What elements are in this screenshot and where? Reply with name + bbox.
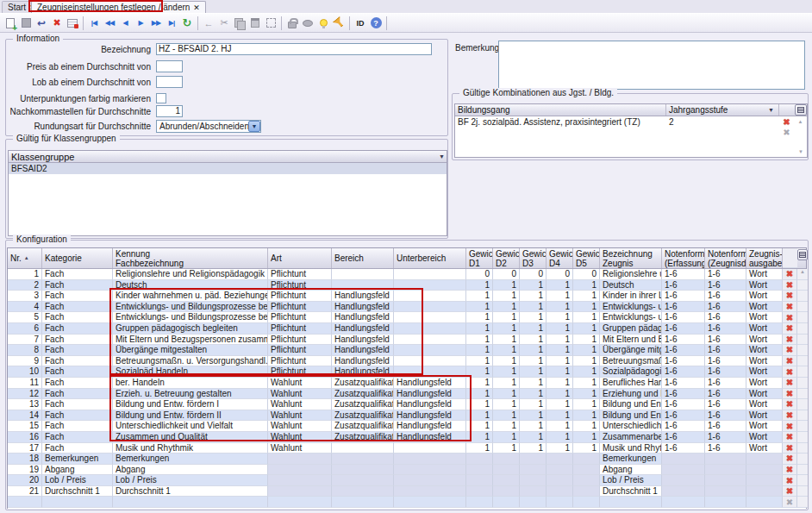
- cell-d3[interactable]: [520, 454, 547, 465]
- scrollbar-track[interactable]: [797, 421, 808, 432]
- cell-kennung[interactable]: Lob / Preis: [113, 475, 268, 486]
- scrollbar-track[interactable]: [797, 323, 808, 335]
- scrollbar-track[interactable]: [797, 335, 808, 346]
- cell-d4[interactable]: 1: [547, 280, 573, 291]
- cell-nr[interactable]: 14: [8, 410, 42, 422]
- column-header-zeugnisausgabe[interactable]: Zeugnis- ausgabe: [746, 248, 783, 268]
- konfiguration-row[interactable]: 1FachReligionslehre und Religionspädagog…: [8, 269, 806, 280]
- cell-d5[interactable]: 1: [573, 378, 600, 389]
- cell-d1[interactable]: 1: [466, 389, 493, 400]
- column-header-art[interactable]: Art: [268, 248, 332, 268]
- konfiguration-row[interactable]: 21Durchschnitt 1Durchschnitt 1Durchschni…: [8, 486, 806, 497]
- cell-kennung[interactable]: Gruppen pädagogisch begleiten: [113, 323, 268, 335]
- column-filter-icon[interactable]: ▼: [439, 153, 447, 160]
- cell-unterbereich[interactable]: Handlungsfeld: [394, 421, 466, 432]
- cell-nf-druck[interactable]: [705, 486, 746, 497]
- konfiguration-row[interactable]: 14FachBildung und Entw. fördern IIWahlun…: [8, 410, 806, 422]
- cell-bereich[interactable]: [332, 443, 394, 454]
- cell-unterbereich[interactable]: [394, 291, 466, 302]
- column-chooser-button[interactable]: [797, 248, 808, 268]
- cell-bereich[interactable]: [332, 465, 394, 476]
- cell-kennung[interactable]: Erzieh. u. Betreuung gestalten: [113, 389, 268, 400]
- copy-icon[interactable]: [232, 16, 247, 31]
- cell-bereich[interactable]: Zusatzqualifikation: [332, 410, 394, 422]
- scrollbar-track[interactable]: ▲: [797, 269, 808, 280]
- cell-kennung[interactable]: Zusammen und Qualität: [113, 432, 268, 443]
- kombinationen-empty-row[interactable]: ✖: [455, 127, 807, 137]
- cell-bezeichnung[interactable]: Entwicklungs- u...: [600, 302, 662, 313]
- cell-nr[interactable]: 12: [8, 389, 42, 400]
- cell-nr[interactable]: 5: [8, 312, 42, 323]
- cell-d5[interactable]: 1: [573, 302, 600, 313]
- cell-nr[interactable]: 10: [8, 366, 42, 378]
- cell-d2[interactable]: 1: [493, 335, 520, 346]
- cell-kategorie[interactable]: Fach: [42, 443, 113, 454]
- filter-funnel-icon[interactable]: [331, 16, 347, 31]
- cell-kategorie[interactable]: Fach: [42, 410, 113, 422]
- cell-d3[interactable]: 1: [520, 280, 547, 291]
- cell-art[interactable]: Wahlunt: [268, 399, 332, 410]
- cell-nf-erfassung[interactable]: 1-6: [662, 356, 705, 367]
- cell-kategorie[interactable]: Fach: [42, 335, 113, 346]
- fast-next-icon[interactable]: ▶▶: [148, 16, 164, 31]
- tab-zeugniseinstellungen[interactable]: Zeugniseinstellungen festlegen / ändern✕: [31, 1, 206, 13]
- cell-nf-druck[interactable]: 1-6: [705, 356, 746, 367]
- cell-d1[interactable]: 1: [466, 312, 493, 323]
- cell-bezeichnung[interactable]: Religionslehre u...: [600, 269, 662, 280]
- id-button[interactable]: ID: [353, 16, 368, 31]
- delete-row-button[interactable]: ✖: [783, 280, 797, 291]
- cell-ausgabe[interactable]: [746, 454, 783, 465]
- column-header-bezeichnung-zeugnis[interactable]: Bezeichnung Zeugnis: [600, 248, 662, 268]
- cell-nf-erfassung[interactable]: 1-6: [662, 421, 705, 432]
- cell-bereich[interactable]: [332, 475, 394, 486]
- cell-kennung[interactable]: Religionslehre und Religionspädagogik: [113, 269, 268, 280]
- cell-d4[interactable]: 1: [547, 366, 573, 378]
- cell-nr[interactable]: 16: [8, 432, 42, 443]
- cell-d1[interactable]: 1: [466, 280, 493, 291]
- cell-kategorie[interactable]: Fach: [42, 323, 113, 335]
- delete-row-button[interactable]: ✖: [783, 312, 797, 323]
- cell-bezeichnung[interactable]: Musik und Rhyth...: [600, 443, 662, 454]
- cell-d3[interactable]: 1: [520, 443, 547, 454]
- previous-record-icon[interactable]: ◀: [117, 16, 133, 31]
- cell-art[interactable]: Wahlunt: [268, 378, 332, 389]
- nachkomma-input[interactable]: 1: [156, 105, 183, 117]
- cell-art[interactable]: Pflichtunt: [268, 302, 332, 313]
- column-header-kategorie[interactable]: Kategorie: [42, 248, 113, 268]
- delete-row-button[interactable]: ✖: [783, 366, 797, 378]
- scrollbar-track[interactable]: [797, 454, 808, 465]
- cell-d5[interactable]: [573, 475, 600, 486]
- cell-nr[interactable]: 11: [8, 378, 42, 389]
- delete-row-button[interactable]: ✖: [783, 389, 797, 400]
- cell-bereich[interactable]: Handlungsfeld: [332, 335, 394, 346]
- column-header-nr[interactable]: Nr.▲: [8, 248, 42, 268]
- cell-d5[interactable]: 1: [573, 312, 600, 323]
- konfiguration-row[interactable]: 12FachErzieh. u. Betreuung gestaltenWahl…: [8, 389, 806, 400]
- cell-d5[interactable]: 0: [573, 269, 600, 280]
- cell-d3[interactable]: 1: [520, 432, 547, 443]
- cell-d3[interactable]: 1: [520, 302, 547, 313]
- cell-art[interactable]: Pflichtunt: [268, 312, 332, 323]
- konfiguration-row[interactable]: 20Lob / PreisLob / PreisLob / Preis✖: [8, 475, 806, 486]
- cell-d3[interactable]: [520, 486, 547, 497]
- cell-kategorie[interactable]: Fach: [42, 366, 113, 378]
- unterpunktungen-checkbox[interactable]: [156, 93, 166, 103]
- cell-bereich[interactable]: Handlungsfeld: [332, 345, 394, 356]
- cell-nf-erfassung[interactable]: [662, 454, 705, 465]
- cell-nr[interactable]: 2: [8, 280, 42, 291]
- cell-bereich[interactable]: Handlungsfeld: [332, 291, 394, 302]
- cell-d5[interactable]: 1: [573, 443, 600, 454]
- cell-ausgabe[interactable]: Wort: [746, 269, 783, 280]
- scrollbar-track[interactable]: [797, 443, 808, 454]
- cell-nf-druck[interactable]: 1-6: [705, 432, 746, 443]
- cell-nf-erfassung[interactable]: 1-6: [662, 312, 705, 323]
- cell-d4[interactable]: [547, 486, 573, 497]
- cell-d2[interactable]: 1: [493, 280, 520, 291]
- cell-nf-druck[interactable]: [705, 475, 746, 486]
- cell-nf-druck[interactable]: 1-6: [705, 302, 746, 313]
- cell-kategorie[interactable]: Fach: [42, 291, 113, 302]
- column-header-gewicht-d4[interactable]: Gewicht D4: [547, 248, 573, 268]
- cell-unterbereich[interactable]: [394, 465, 466, 476]
- cell-nf-druck[interactable]: 1-6: [705, 291, 746, 302]
- delete-row-button[interactable]: ✖: [783, 421, 797, 432]
